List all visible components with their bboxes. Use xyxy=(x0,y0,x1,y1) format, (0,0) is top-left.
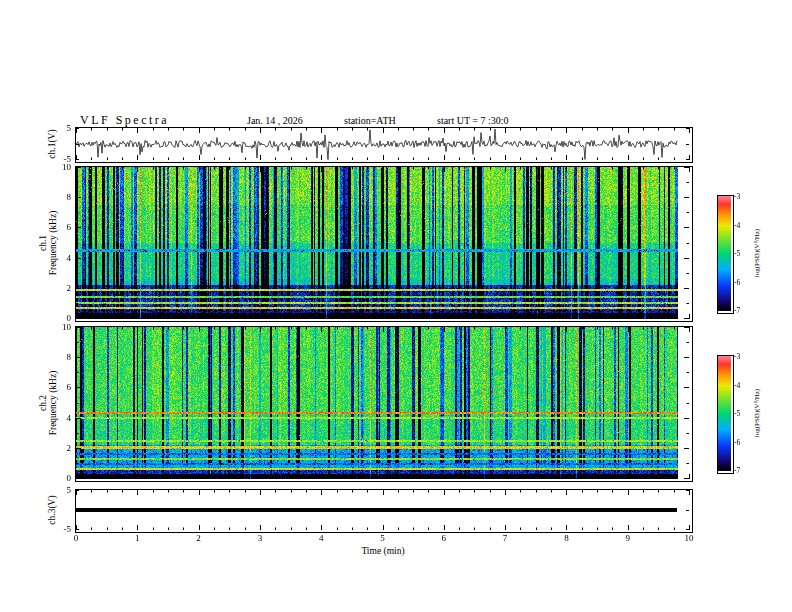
y-tick-label: 0 xyxy=(67,473,72,483)
y-tick-label: 8 xyxy=(67,192,72,202)
x-tick-label: 5 xyxy=(380,533,385,543)
colorbar-1-label: log(PSD)(V²/Hz) xyxy=(753,229,761,277)
colorbar-2-label: log(PSD)(V²/Hz) xyxy=(753,389,761,437)
x-tick-label: 3 xyxy=(258,533,263,543)
x-tick-label: 7 xyxy=(503,533,508,543)
x-tick-label: 9 xyxy=(625,533,630,543)
colorbar-tick-label: -5 xyxy=(734,249,740,258)
ch1-spectrogram-panel xyxy=(75,166,693,322)
ch1-waveform-canvas xyxy=(76,128,690,160)
ch1-waveform-panel xyxy=(75,127,693,163)
ch2-frequency-axis-line1: ch.2 xyxy=(38,371,48,436)
y-tick-label: 6 xyxy=(67,382,72,392)
y-tick-label: 6 xyxy=(67,222,72,232)
colorbar-1 xyxy=(717,195,734,314)
ch2-spectrogram-panel xyxy=(75,326,693,482)
y-tick-label: 2 xyxy=(67,283,72,293)
ch2-spectrogram-canvas xyxy=(76,327,690,479)
colorbar-tick-label: -6 xyxy=(734,437,740,446)
y-tick-label: -5 xyxy=(64,154,72,164)
y-tick-label: 4 xyxy=(67,253,72,263)
y-tick-label: 5 xyxy=(67,123,72,133)
colorbar-tick-label: -3 xyxy=(734,192,740,201)
colorbar-tick-label: -3 xyxy=(734,352,740,361)
x-tick-label: 1 xyxy=(135,533,140,543)
date-label: Jan. 14 , 2026 xyxy=(247,115,303,126)
x-tick-label: 6 xyxy=(442,533,447,543)
vlf-spectra-figure: VLF Spectra Jan. 14 , 2026 station=ATH s… xyxy=(0,0,792,612)
y-tick-label: -5 xyxy=(64,524,72,534)
x-tick-label: 10 xyxy=(685,533,694,543)
y-tick-label: 5 xyxy=(67,485,72,495)
y-tick-label: 2 xyxy=(67,443,72,453)
y-tick-label: 8 xyxy=(67,352,72,362)
ch3-waveform-panel xyxy=(75,489,693,533)
ch1-frequency-axis-line2: Frequency (kHz) xyxy=(48,211,58,276)
x-tick-label: 0 xyxy=(74,533,79,543)
ch1-frequency-axis-line1: ch.1 xyxy=(38,211,48,276)
ch2-frequency-axis-line2: Frequency (kHz) xyxy=(48,371,58,436)
colorbar-2 xyxy=(717,355,734,474)
colorbar-2-canvas xyxy=(718,356,731,471)
ch3-voltage-axis-label: ch.3(V) xyxy=(47,495,57,524)
ch2-frequency-axis-label: ch.2 Frequency (kHz) xyxy=(38,371,58,436)
ch1-voltage-axis-label: ch.1(V) xyxy=(47,129,57,158)
y-tick-label: 10 xyxy=(62,322,71,332)
colorbar-tick-label: -4 xyxy=(734,380,740,389)
plot-title: VLF Spectra xyxy=(80,113,169,128)
station-label: station=ATH xyxy=(344,115,396,126)
ch3-flatline xyxy=(76,508,677,512)
x-tick-label: 8 xyxy=(564,533,569,543)
colorbar-tick-label: -4 xyxy=(734,220,740,229)
ch3-voltage-axis-text: ch.3(V) xyxy=(47,495,57,524)
colorbar-tick-label: -6 xyxy=(734,277,740,286)
time-axis-label: Time (min) xyxy=(361,546,404,556)
colorbar-1-canvas xyxy=(718,196,731,311)
start-ut-label: start UT = 7 :30:0 xyxy=(437,115,509,126)
ch1-spectrogram-canvas xyxy=(76,167,690,319)
y-tick-label: 4 xyxy=(67,413,72,423)
ch1-voltage-axis-text: ch.1(V) xyxy=(47,129,57,158)
colorbar-tick-label: -7 xyxy=(734,306,740,315)
ch1-frequency-axis-label: ch.1 Frequency (kHz) xyxy=(38,211,58,276)
colorbar-tick-label: -7 xyxy=(734,466,740,475)
colorbar-tick-label: -5 xyxy=(734,409,740,418)
x-tick-label: 4 xyxy=(319,533,324,543)
x-tick-label: 2 xyxy=(196,533,201,543)
